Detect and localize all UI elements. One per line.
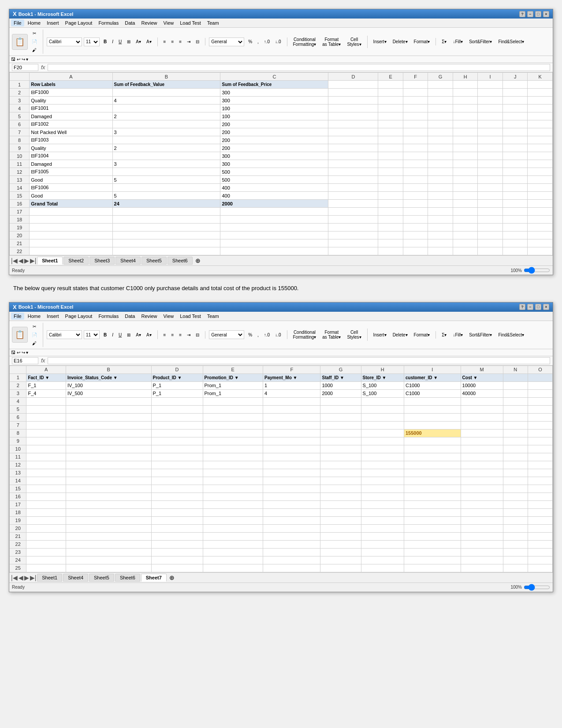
spreadsheet-cell[interactable]: 24: [112, 200, 220, 208]
spreadsheet-cell[interactable]: [502, 231, 528, 239]
spreadsheet-cell[interactable]: Fact_ID ▼: [26, 373, 66, 381]
spreadsheet-cell[interactable]: [328, 247, 378, 255]
spreadsheet-cell[interactable]: [361, 508, 404, 516]
spreadsheet-cell[interactable]: [453, 208, 478, 216]
spreadsheet-cell[interactable]: [528, 160, 553, 168]
spreadsheet-cell[interactable]: [461, 548, 503, 556]
tab-nav-first-1[interactable]: |◀: [11, 257, 18, 264]
spreadsheet-cell[interactable]: [263, 437, 320, 445]
spreadsheet-cell[interactable]: 200: [220, 120, 328, 128]
spreadsheet-cell[interactable]: [528, 184, 553, 192]
col-header-H-2[interactable]: H: [361, 366, 404, 373]
spreadsheet-cell[interactable]: 3: [112, 160, 220, 168]
spreadsheet-cell[interactable]: [203, 548, 263, 556]
spreadsheet-cell[interactable]: 4: [263, 389, 320, 397]
spreadsheet-cell[interactable]: [403, 128, 428, 136]
spreadsheet-cell[interactable]: [503, 548, 528, 556]
spreadsheet-cell[interactable]: [203, 500, 263, 508]
name-box-2[interactable]: [12, 357, 38, 364]
spreadsheet-cell[interactable]: [328, 208, 378, 216]
menu-data-1[interactable]: Data: [122, 19, 138, 26]
spreadsheet-cell[interactable]: [528, 516, 552, 524]
tab-nav-next-2[interactable]: ▶: [24, 574, 29, 581]
spreadsheet-cell[interactable]: [30, 208, 112, 216]
menu-file-2[interactable]: File: [11, 313, 24, 320]
spreadsheet-cell[interactable]: [151, 453, 203, 461]
font-color-1[interactable]: A▾: [144, 38, 154, 45]
spreadsheet-cell[interactable]: [263, 548, 320, 556]
spreadsheet-cell[interactable]: 300: [220, 152, 328, 160]
spreadsheet-cell[interactable]: [26, 437, 66, 445]
spreadsheet-cell[interactable]: [151, 445, 203, 453]
spreadsheet-cell[interactable]: [26, 397, 66, 405]
conditional-format-1[interactable]: ConditionalFormatting▾: [291, 36, 319, 48]
spreadsheet-cell[interactable]: [151, 532, 203, 540]
spreadsheet-cell[interactable]: [403, 97, 428, 105]
menu-insert-2[interactable]: Insert: [44, 313, 62, 320]
spreadsheet-cell[interactable]: [478, 144, 503, 152]
col-header-A-2[interactable]: A: [26, 366, 66, 373]
spreadsheet-cell[interactable]: [503, 524, 528, 532]
spreadsheet-cell[interactable]: [503, 445, 528, 453]
spreadsheet-cell[interactable]: [328, 144, 378, 152]
spreadsheet-cell[interactable]: [478, 112, 503, 120]
spreadsheet-cell[interactable]: [361, 540, 404, 548]
spreadsheet-cell[interactable]: [453, 97, 478, 105]
spreadsheet-cell[interactable]: [461, 421, 503, 429]
spreadsheet-cell[interactable]: [26, 524, 66, 532]
spreadsheet-cell[interactable]: [378, 160, 403, 168]
spreadsheet-cell[interactable]: [263, 421, 320, 429]
spreadsheet-cell[interactable]: [66, 540, 151, 548]
spreadsheet-cell[interactable]: [26, 532, 66, 540]
spreadsheet-cell[interactable]: [112, 136, 220, 144]
spreadsheet-cell[interactable]: [428, 239, 453, 247]
spreadsheet-cell[interactable]: [453, 112, 478, 120]
spreadsheet-cell[interactable]: [528, 239, 553, 247]
spreadsheet-cell[interactable]: [503, 516, 528, 524]
format-painter-2[interactable]: 🖌: [30, 340, 39, 347]
spreadsheet-cell[interactable]: [320, 556, 361, 564]
spreadsheet-cell[interactable]: [320, 469, 361, 477]
spreadsheet-cell[interactable]: [502, 136, 528, 144]
col-header-K-1[interactable]: K: [528, 73, 553, 81]
spreadsheet-cell[interactable]: [478, 152, 503, 160]
spreadsheet-cell[interactable]: [151, 524, 203, 532]
spreadsheet-cell[interactable]: [404, 445, 461, 453]
spreadsheet-cell[interactable]: [220, 247, 328, 255]
spreadsheet-cell[interactable]: [320, 516, 361, 524]
align-right-1[interactable]: ≡: [177, 38, 184, 45]
spreadsheet-cell[interactable]: [503, 564, 528, 572]
spreadsheet-cell[interactable]: [66, 461, 151, 469]
minimize-btn-1[interactable]: −: [527, 11, 533, 17]
spreadsheet-cell[interactable]: [378, 168, 403, 176]
spreadsheet-cell[interactable]: [320, 548, 361, 556]
spreadsheet-cell[interactable]: [220, 208, 328, 216]
spreadsheet-cell[interactable]: [112, 208, 220, 216]
spreadsheet-cell[interactable]: [320, 413, 361, 421]
spreadsheet-cell[interactable]: [26, 429, 66, 437]
spreadsheet-cell[interactable]: [378, 136, 403, 144]
spreadsheet-cell[interactable]: 10000: [461, 381, 503, 389]
spreadsheet-cell[interactable]: [26, 556, 66, 564]
number-format-1[interactable]: General: [209, 37, 244, 46]
spreadsheet-cell[interactable]: [361, 453, 404, 461]
spreadsheet-cell[interactable]: [151, 556, 203, 564]
spreadsheet-cell[interactable]: [151, 508, 203, 516]
spreadsheet-cell[interactable]: [403, 247, 428, 255]
spreadsheet-cell[interactable]: [320, 445, 361, 453]
spreadsheet-cell[interactable]: [263, 500, 320, 508]
tab-sheet6-2[interactable]: Sheet6: [115, 574, 140, 582]
spreadsheet-cell[interactable]: [528, 120, 553, 128]
spreadsheet-cell[interactable]: [528, 224, 553, 231]
spreadsheet-cell[interactable]: [461, 485, 503, 493]
spreadsheet-cell[interactable]: 400: [220, 184, 328, 192]
spreadsheet-cell[interactable]: P_1: [151, 389, 203, 397]
spreadsheet-cell[interactable]: [404, 485, 461, 493]
spreadsheet-cell[interactable]: [478, 81, 503, 89]
spreadsheet-cell[interactable]: [528, 381, 552, 389]
spreadsheet-cell[interactable]: [528, 453, 552, 461]
spreadsheet-cell[interactable]: [361, 461, 404, 469]
spreadsheet-cell[interactable]: [528, 469, 552, 477]
menu-team-1[interactable]: Team: [205, 19, 222, 26]
spreadsheet-cell[interactable]: [66, 437, 151, 445]
